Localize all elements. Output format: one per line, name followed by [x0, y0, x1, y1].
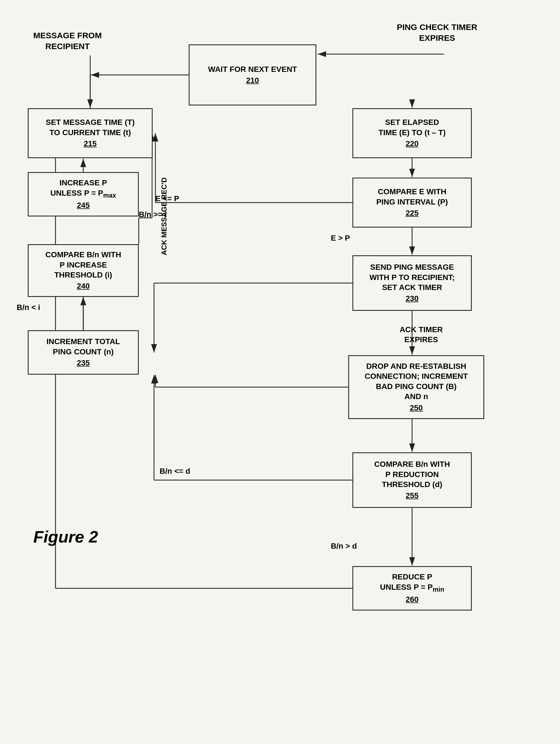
ack-message-recd-label: ACK MESSAGE REC'D: [159, 177, 169, 255]
set-elapsed-time-box: SET ELAPSEDTIME (E) TO (t – T) 220: [352, 108, 472, 158]
set-elapsed-label: SET ELAPSEDTIME (E) TO (t – T): [378, 117, 446, 138]
compare-bn-label: COMPARE B/n WITHP INCREASETHRESHOLD (i): [45, 250, 121, 280]
drop-ref: 250: [410, 403, 423, 413]
drop-reestablish-box: DROP AND RE-ESTABLISHCONNECTION; INCREME…: [348, 355, 484, 419]
wait-ref: 210: [246, 75, 259, 85]
ping-check-label: PING CHECK TIMEREXPIRES: [397, 22, 477, 43]
compare-e-ref: 225: [406, 208, 419, 218]
compare-e-label: COMPARE E WITHPING INTERVAL (P): [376, 187, 448, 207]
reduce-p-ref: 260: [406, 594, 419, 604]
message-from-label: MESSAGE FROMRECIPIENT: [33, 30, 102, 51]
set-message-label: SET MESSAGE TIME (T)TO CURRENT TIME (t): [46, 117, 135, 138]
wait-for-next-event-box: WAIT FOR NEXT EVENT 210: [189, 44, 316, 106]
set-message-time-box: SET MESSAGE TIME (T)TO CURRENT TIME (t) …: [28, 108, 153, 158]
e-gt-p-label: E > P: [331, 233, 350, 243]
bn-lt-i-label: B/n < i: [17, 302, 40, 312]
ack-timer-expires-label: ACK TIMEREXPIRES: [400, 325, 443, 345]
increment-label: INCREMENT TOTALPING COUNT (n): [47, 337, 120, 357]
compare-bn-reduction-box: COMPARE B/n WITHP REDUCTIONTHRESHOLD (d)…: [352, 452, 472, 508]
send-ping-box: SEND PING MESSAGEWITH P TO RECIPIENT;SET…: [352, 255, 472, 311]
compare-bn-ref: 240: [77, 281, 90, 291]
figure-label: Figure 2: [33, 527, 98, 547]
reduce-p-box: REDUCE PUNLESS P = Pmin 260: [352, 566, 472, 610]
compare-e-box: COMPARE E WITHPING INTERVAL (P) 225: [352, 178, 472, 228]
bn-lte-d-label: B/n <= d: [159, 466, 190, 476]
set-message-ref: 215: [84, 139, 97, 149]
increase-p-box: INCREASE PUNLESS P = Pmax 245: [28, 172, 139, 217]
send-ping-label: SEND PING MESSAGEWITH P TO RECIPIENT;SET…: [370, 262, 455, 293]
increment-ping-box: INCREMENT TOTALPING COUNT (n) 235: [28, 330, 139, 375]
bn-gt-d-label: B/n > d: [331, 541, 357, 551]
reduce-p-label: REDUCE PUNLESS P = Pmin: [380, 572, 444, 593]
compare-reduction-label: COMPARE B/n WITHP REDUCTIONTHRESHOLD (d): [374, 459, 450, 489]
compare-bn-box: COMPARE B/n WITHP INCREASETHRESHOLD (i) …: [28, 244, 139, 297]
wait-label: WAIT FOR NEXT EVENT: [208, 64, 297, 74]
set-elapsed-ref: 220: [406, 139, 419, 149]
send-ping-ref: 230: [406, 294, 419, 304]
increase-p-label: INCREASE PUNLESS P = Pmax: [50, 178, 116, 199]
increment-ref: 235: [77, 358, 90, 368]
increase-p-ref: 245: [77, 200, 90, 210]
diagram-container: WAIT FOR NEXT EVENT 210 SET ELAPSEDTIME …: [0, 0, 560, 744]
drop-label: DROP AND RE-ESTABLISHCONNECTION; INCREME…: [365, 361, 468, 402]
compare-reduction-ref: 255: [406, 491, 419, 500]
